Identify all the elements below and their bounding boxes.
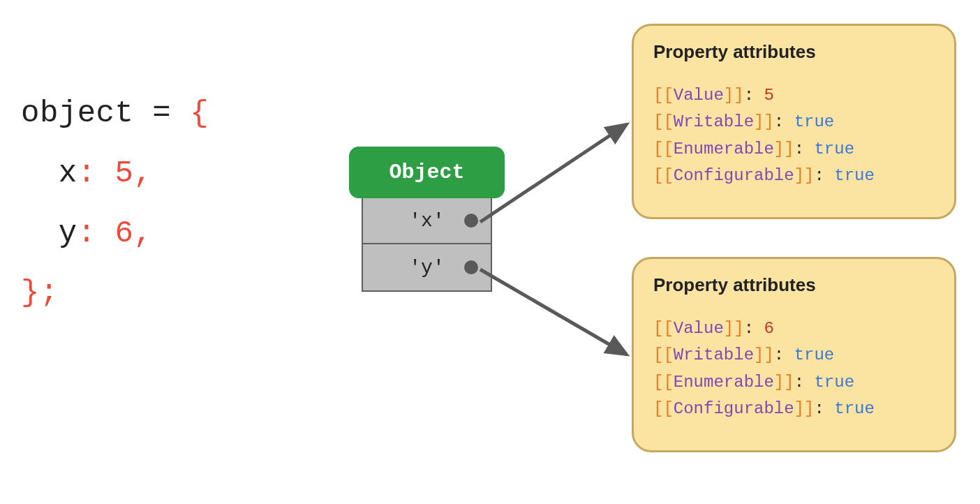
attr-x-configurable: true <box>834 166 875 185</box>
attr-x-value: 5 <box>764 86 773 105</box>
object-stack: Object 'x' 'y' <box>349 147 505 292</box>
attr-value-line-x: [[Value]]: 5 <box>653 82 935 109</box>
attr-box-title: Property attributes <box>653 274 935 296</box>
attr-box-title: Property attributes <box>653 41 935 63</box>
object-header-label: Object <box>389 161 464 184</box>
prop-x-value: 5 <box>115 156 134 191</box>
token-eq: = <box>133 96 190 131</box>
indent <box>21 216 59 251</box>
attr-enumerable-line-x: [[Enumerable]]: true <box>653 136 935 163</box>
prop-cell-y-label: 'y' <box>409 257 444 279</box>
property-attributes-x: Property attributes [[Value]]: 5 [[Writa… <box>632 24 956 219</box>
indent <box>21 156 59 191</box>
property-attributes-y: Property attributes [[Value]]: 6 [[Writa… <box>632 257 956 452</box>
object-header: Object <box>349 147 505 198</box>
pointer-dot-x <box>464 214 478 228</box>
prop-cell-x: 'x' <box>362 197 492 244</box>
attr-writable-line-y: [[Writable]]: true <box>653 342 935 369</box>
code-line-3: y: 6, <box>21 204 209 264</box>
attr-value-line-y: [[Value]]: 6 <box>653 316 935 342</box>
attr-x-enumerable: true <box>814 140 854 158</box>
attr-y-value: 6 <box>764 319 773 338</box>
code-line-1: object = { <box>21 84 209 144</box>
prop-x-name: x <box>59 156 77 191</box>
attr-configurable-line-y: [[Configurable]]: true <box>653 396 935 422</box>
prop-y-value: 6 <box>115 216 134 251</box>
punct-colon: : <box>77 216 115 251</box>
attr-y-enumerable: true <box>814 373 854 392</box>
code-line-2: x: 5, <box>21 144 209 204</box>
prop-y-name: y <box>59 216 77 251</box>
pointer-dot-y <box>464 260 478 274</box>
punct-colon: : <box>77 156 115 191</box>
attr-writable-line-x: [[Writable]]: true <box>653 109 935 135</box>
comma: , <box>133 216 152 251</box>
comma: , <box>133 156 152 191</box>
token-object: object <box>21 96 133 131</box>
prop-cell-y: 'y' <box>362 244 492 292</box>
code-line-4: }; <box>21 263 209 323</box>
attr-enumerable-line-y: [[Enumerable]]: true <box>653 369 935 396</box>
attr-y-configurable: true <box>834 399 875 418</box>
prop-cell-x-label: 'x' <box>409 210 444 232</box>
attr-configurable-line-x: [[Configurable]]: true <box>653 163 935 189</box>
attr-x-writable: true <box>794 112 835 131</box>
attr-y-writable: true <box>794 346 835 364</box>
code-snippet: object = { x: 5, y: 6, }; <box>21 84 209 323</box>
token-close: }; <box>21 275 59 310</box>
token-open-brace: { <box>190 96 209 131</box>
